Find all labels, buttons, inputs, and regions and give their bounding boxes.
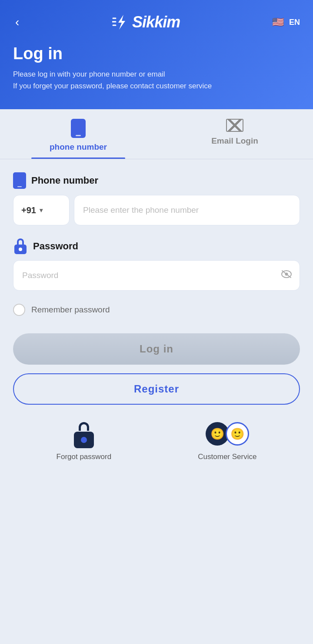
password-input-wrap <box>13 260 300 291</box>
remember-checkbox[interactable] <box>13 304 25 316</box>
header-top: ‹ Sikkim 🇺🇸 EN <box>13 0 300 31</box>
email-tab-icon <box>226 119 243 132</box>
flag-icon: 🇺🇸 <box>271 15 286 30</box>
forgot-password-button[interactable]: Forgot password <box>57 422 112 461</box>
svg-marker-0 <box>118 15 125 30</box>
password-label-row: Password <box>13 238 300 254</box>
forgot-password-icon <box>72 422 96 448</box>
toggle-password-button[interactable] <box>281 270 292 281</box>
logo-text: Sikkim <box>132 13 180 31</box>
phone-input-row: +91 ▾ <box>13 195 300 225</box>
eye-slash-icon <box>281 270 292 278</box>
remember-label: Remember password <box>31 305 110 315</box>
phone-tab-icon <box>71 119 86 138</box>
tab-email[interactable]: Email Login <box>156 109 313 159</box>
country-code-selector[interactable]: +91 ▾ <box>13 195 70 225</box>
forgot-lock-body <box>74 432 94 448</box>
tab-phone[interactable]: phone number <box>0 109 156 159</box>
logo-bolt-icon <box>112 14 130 30</box>
chevron-down-icon: ▾ <box>40 207 43 214</box>
lock-body <box>14 245 27 254</box>
customer-service-label: Customer Service <box>198 453 256 461</box>
register-button[interactable]: Register <box>13 373 300 405</box>
forgot-password-label: Forgot password <box>57 453 112 461</box>
cs-bubble-secondary: 🙂 <box>226 422 249 446</box>
phone-field-icon <box>13 172 26 189</box>
tabs-container: phone number Email Login <box>0 109 313 159</box>
password-section: Password <box>13 238 300 291</box>
lock-field-icon <box>13 238 28 254</box>
tab-phone-label: phone number <box>50 142 107 152</box>
cs-face-icon: 🙂 <box>210 427 224 441</box>
header: ‹ Sikkim 🇺🇸 EN Log in Please log in with… <box>0 0 313 109</box>
remember-row: Remember password <box>13 304 300 316</box>
lang-label: EN <box>289 18 300 27</box>
password-label-text: Password <box>33 241 78 252</box>
header-subtitle: Please log in with your phone number or … <box>13 68 300 92</box>
password-input[interactable] <box>13 260 300 291</box>
customer-service-icons: 🙂 🙂 <box>206 422 249 448</box>
phone-number-input[interactable] <box>74 195 300 225</box>
bottom-links: Forgot password 🙂 🙂 Customer Service <box>13 422 300 474</box>
phone-label-row: Phone number <box>13 172 300 189</box>
login-button[interactable]: Log in <box>13 333 300 365</box>
back-button[interactable]: ‹ <box>13 13 21 31</box>
cs-secondary-face-icon: 🙂 <box>230 427 244 441</box>
logo: Sikkim <box>112 13 180 31</box>
page-title: Log in <box>13 44 300 63</box>
tab-email-label: Email Login <box>211 136 258 146</box>
phone-section: Phone number +91 ▾ <box>13 172 300 225</box>
country-code-value: +91 <box>21 205 36 215</box>
phone-label-text: Phone number <box>31 175 98 186</box>
language-button[interactable]: 🇺🇸 EN <box>271 15 300 30</box>
lock-shackle <box>17 238 24 245</box>
customer-service-button[interactable]: 🙂 🙂 Customer Service <box>198 422 256 461</box>
forgot-lock-shackle <box>79 422 89 431</box>
form-area: Phone number +91 ▾ Password <box>0 159 313 644</box>
